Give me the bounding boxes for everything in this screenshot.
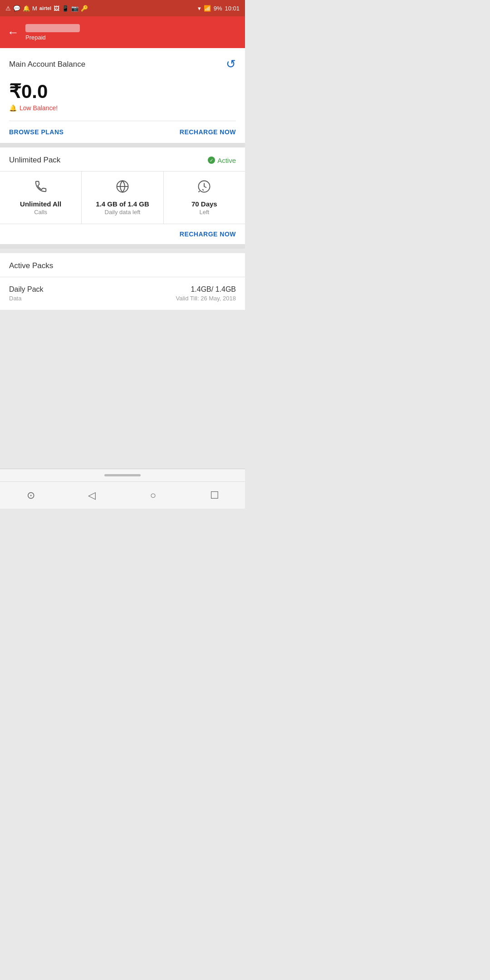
message-icon: 💬 [13, 5, 20, 12]
recents-nav-icon: ○ [150, 490, 156, 501]
globe-icon [116, 180, 129, 196]
balance-value: ₹0.0 [9, 80, 236, 103]
active-packs-title: Active Packs [9, 261, 53, 270]
data-stat: 1.4 GB of 1.4 GB Daily data left [82, 172, 163, 224]
main-content: Main Account Balance ↺ ₹0.0 🔔 Low Balanc… [0, 48, 245, 143]
battery-percent: 9% [214, 5, 222, 12]
airtel-icon: airtel [39, 5, 51, 11]
calls-main-text: Unlimited All [20, 200, 61, 208]
nav-handle [104, 474, 141, 476]
back-button[interactable]: ← [7, 25, 19, 39]
recharge-row: RECHARGE NOW [0, 224, 245, 244]
phone-icon [34, 180, 48, 196]
days-sub-text: Left [199, 209, 209, 216]
back-nav-icon: ◁ [88, 490, 96, 501]
pack-title: Unlimited Pack [9, 156, 60, 165]
pack-item: Daily Pack Data 1.4GB/ 1.4GB Valid Till:… [0, 277, 245, 310]
pack-item-left: Daily Pack Data [9, 285, 44, 302]
days-stat: 70 Days Left [164, 172, 245, 224]
account-type-label: Prepaid [25, 34, 80, 41]
pack-header: Unlimited Pack ✓ Active [0, 147, 245, 171]
recents-nav-button[interactable]: ○ [142, 485, 164, 506]
status-icons-right: ▾ 📶 9% 10:01 [198, 5, 240, 12]
pack-name: Daily Pack [9, 285, 44, 294]
calls-stat: Unlimited All Calls [0, 172, 82, 224]
pack-type: Data [9, 295, 44, 302]
balance-amount-section: ₹0.0 🔔 Low Balance! [0, 77, 245, 121]
account-info: Prepaid [25, 24, 80, 41]
battery-warning-icon: ⚠ [5, 5, 11, 12]
instagram-icon: 📷 [71, 5, 78, 12]
apps-nav-icon: ☐ [210, 490, 219, 501]
home-nav-icon: ⊙ [27, 490, 35, 501]
active-status-text: Active [217, 157, 236, 164]
data-sub-text: Daily data left [105, 209, 141, 216]
gmail-icon: M [32, 5, 37, 12]
refresh-button[interactable]: ↺ [226, 57, 236, 71]
svg-line-5 [203, 189, 204, 191]
status-bar: ⚠ 💬 🔔 M airtel 🖼 📱 📷 🔑 ▾ 📶 9% 10:01 [0, 0, 245, 16]
recharge-now-button-top[interactable]: RECHARGE NOW [180, 128, 236, 136]
key-icon: 🔑 [81, 5, 88, 12]
signal-icon: 📶 [204, 5, 211, 12]
phone-number-blurred [25, 24, 80, 32]
days-main-text: 70 Days [191, 200, 217, 208]
bell-warning-icon: 🔔 [9, 104, 17, 112]
gray-empty-area [0, 310, 245, 469]
whatsapp-icon: 📱 [62, 5, 69, 12]
pack-data: 1.4GB/ 1.4GB [176, 285, 236, 294]
bottom-navigation: ⊙ ◁ ○ ☐ [0, 481, 245, 509]
action-row: BROWSE PLANS RECHARGE NOW [0, 121, 245, 143]
balance-section-title: Main Account Balance [9, 60, 85, 69]
active-packs-header: Active Packs [0, 253, 245, 277]
nav-handle-bar [0, 469, 245, 481]
balance-header: Main Account Balance ↺ [0, 48, 245, 77]
unlimited-pack-section: Unlimited Pack ✓ Active Unlimited All Ca… [0, 147, 245, 244]
active-dot-icon: ✓ [208, 157, 215, 164]
low-balance-text: Low Balance! [20, 104, 58, 112]
svg-line-4 [199, 191, 200, 192]
recharge-now-button-pack[interactable]: RECHARGE NOW [180, 230, 236, 238]
status-icons-left: ⚠ 💬 🔔 M airtel 🖼 📱 📷 🔑 [5, 5, 88, 12]
active-packs-section: Active Packs Daily Pack Data 1.4GB/ 1.4G… [0, 253, 245, 310]
home-nav-button[interactable]: ⊙ [20, 485, 42, 506]
wifi-icon: ▾ [198, 5, 201, 12]
stats-row: Unlimited All Calls 1.4 GB of 1.4 GB Dai… [0, 171, 245, 224]
back-nav-button[interactable]: ◁ [81, 485, 103, 506]
browse-plans-button[interactable]: BROWSE PLANS [9, 128, 64, 136]
clock-icon [197, 180, 211, 196]
data-main-text: 1.4 GB of 1.4 GB [96, 200, 149, 208]
pack-valid: Valid Till: 26 May, 2018 [176, 295, 236, 302]
image-icon: 🖼 [54, 5, 59, 12]
top-bar: ← Prepaid [0, 16, 245, 48]
calls-sub-text: Calls [34, 209, 47, 216]
section-gap-2 [0, 244, 245, 249]
section-gap-1 [0, 143, 245, 147]
time: 10:01 [225, 5, 240, 12]
bell-icon: 🔔 [23, 5, 30, 12]
active-badge: ✓ Active [208, 157, 236, 164]
apps-nav-button[interactable]: ☐ [204, 485, 225, 506]
pack-item-right: 1.4GB/ 1.4GB Valid Till: 26 May, 2018 [176, 285, 236, 302]
low-balance-warning: 🔔 Low Balance! [9, 104, 236, 118]
